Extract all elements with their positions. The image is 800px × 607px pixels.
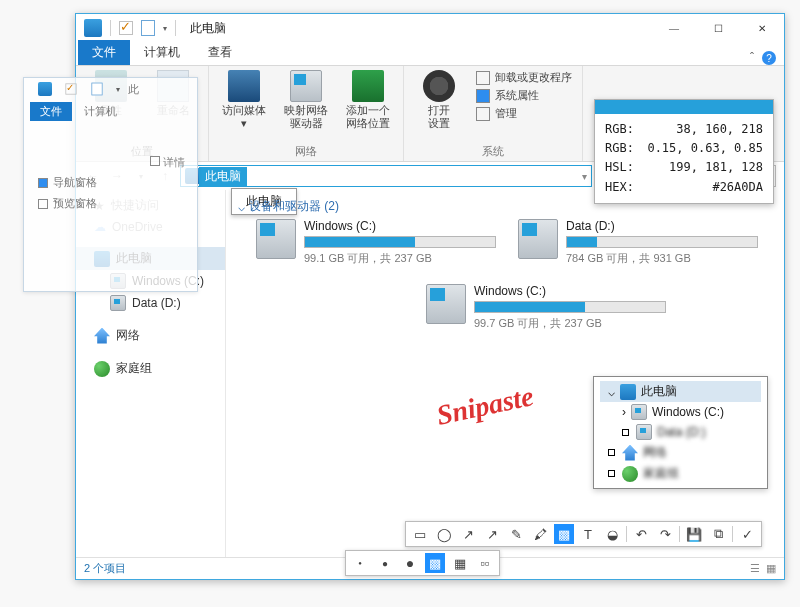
tool-save-icon[interactable]: 💾 [684,524,704,544]
ribbon-tabs: 文件 计算机 查看 ˆ ? [76,42,784,66]
color-swatch [595,100,773,114]
qat-dropdown-icon[interactable]: ▾ [163,24,167,33]
tab-file[interactable]: 文件 [78,40,130,65]
drive-item[interactable]: Data (D:) 784 GB 可用，共 931 GB [518,219,758,266]
ribbon-map-drive[interactable]: 映射网络驱动器 [281,70,331,129]
tree-network[interactable]: 网络 [600,442,761,463]
tab-view[interactable]: 查看 [194,40,246,65]
content-area: ⌵设备和驱动器 (2) Windows (C:) 99.1 GB 可用，共 23… [226,190,784,557]
ribbon-add-netloc[interactable]: 添加一个网络位置 [343,70,393,129]
color-picker-popup: RGB:38, 160, 218 RGB:0.15, 0.63, 0.85 HS… [594,99,774,204]
tree-homegroup[interactable]: 家庭组 [600,463,761,484]
ribbon-sysprops[interactable]: 系统属性 [476,88,572,103]
tool-eraser-icon[interactable]: ◒ [602,524,622,544]
tab-computer[interactable]: 计算机 [130,40,194,65]
ghost-navpane[interactable]: 导航窗格 [30,172,191,193]
address-input[interactable]: 此电脑 此电脑 ▾ [180,165,592,187]
drive-free: 99.7 GB 可用，共 237 GB [474,316,666,331]
tree-win[interactable]: › Windows (C:) [600,402,761,422]
tool-ellipse-icon[interactable]: ◯ [434,524,454,544]
homegroup-icon [94,361,110,377]
drive-name: Data (D:) [566,219,758,233]
tool-pen-icon[interactable]: ✎ [506,524,526,544]
window-title: 此电脑 [190,20,226,37]
maximize-button[interactable]: ☐ [696,14,740,42]
drive-free: 784 GB 可用，共 931 GB [566,251,758,266]
tool-arrow-icon[interactable]: ↗ [482,524,502,544]
drive-icon [518,219,558,259]
sidebar-item-homegroup[interactable]: 家庭组 [76,357,225,380]
sidebar-item-ddrive[interactable]: Data (D:) [76,292,225,314]
tool-text-icon[interactable]: T [578,524,598,544]
tool-confirm-icon[interactable]: ✓ [737,524,757,544]
drive-icon [110,295,126,311]
size-l-icon[interactable]: ● [400,553,420,573]
view-details-icon[interactable]: ☰ [750,562,760,574]
usage-bar [566,236,758,248]
tool-mosaic-icon[interactable]: ▩ [554,524,574,544]
snipaste-toolbar-main[interactable]: ▭ ◯ ↗ ↗ ✎ 🖍 ▩ T ◒ ↶ ↷ 💾 ⧉ ✓ [405,521,762,547]
ribbon-uninstall[interactable]: 卸载或更改程序 [476,70,572,85]
drive-name: Windows (C:) [474,284,666,298]
size-s-icon[interactable]: ● [350,553,370,573]
drive-item[interactable]: Windows (C:) 99.1 GB 可用，共 237 GB [256,219,496,266]
drive-icon [256,219,296,259]
tool-undo-icon[interactable]: ↶ [631,524,651,544]
drive-item[interactable]: Windows (C:) 99.7 GB 可用，共 237 GB [426,284,666,331]
mosaic-sparse-icon[interactable]: ▫▫ [475,553,495,573]
tool-marker-icon[interactable]: 🖍 [530,524,550,544]
help-icon[interactable]: ? [762,51,776,65]
tree-thispc[interactable]: ⌵ 此电脑 [600,381,761,402]
title-bar: ▾ 此电脑 — ☐ ✕ [76,14,784,42]
app-icon [84,19,102,37]
mosaic-mid-icon[interactable]: ▦ [450,553,470,573]
ribbon-open-settings[interactable]: 打开设置 [414,70,464,129]
tool-redo-icon[interactable]: ↷ [655,524,675,544]
address-dropdown-icon[interactable]: ▾ [582,171,587,182]
tool-line-icon[interactable]: ↗ [458,524,478,544]
ribbon-manage[interactable]: 管理 [476,106,572,121]
tree-data[interactable]: Data (D:) [600,422,761,442]
ghost-previewpane[interactable]: 预览窗格 [30,193,191,214]
ghost-window: ▾ 此 文件 计算机 详情 导航窗格 预览窗格 [23,77,198,292]
snipaste-toolbar-style[interactable]: ● ● ● ▩ ▦ ▫▫ [345,550,500,576]
drive-free: 99.1 GB 可用，共 237 GB [304,251,496,266]
ribbon-media[interactable]: 访问媒体▾ [219,70,269,129]
size-m-icon[interactable]: ● [375,553,395,573]
network-icon [94,328,110,344]
close-button[interactable]: ✕ [740,14,784,42]
ribbon-group-system: 打开设置 卸载或更改程序 系统属性 管理 系统 [404,66,583,161]
floating-tree-panel[interactable]: ⌵ 此电脑 › Windows (C:) Data (D:) 网络 家庭组 [593,376,768,489]
drive-icon [426,284,466,324]
view-large-icon[interactable]: ▦ [766,562,776,574]
ribbon-group-network: 访问媒体▾ 映射网络驱动器 添加一个网络位置 网络 [209,66,404,161]
ghost-tab-computer[interactable]: 计算机 [74,102,127,121]
mosaic-dense-icon[interactable]: ▩ [425,553,445,573]
tool-rect-icon[interactable]: ▭ [410,524,430,544]
status-text: 2 个项目 [84,561,126,576]
ghost-detail[interactable]: 详情 [30,153,191,172]
usage-bar [304,236,496,248]
ghost-tab-file[interactable]: 文件 [30,102,72,121]
watermark-text: Snipaste [434,380,537,432]
tool-copy-icon[interactable]: ⧉ [708,524,728,544]
collapse-ribbon-icon[interactable]: ˆ [750,51,754,65]
qat-doc-icon[interactable] [141,20,155,36]
sidebar-item-network[interactable]: 网络 [76,324,225,347]
usage-bar [474,301,666,313]
address-text: 此电脑 [199,167,247,186]
minimize-button[interactable]: — [652,14,696,42]
qat-check-icon[interactable] [119,21,133,35]
drive-name: Windows (C:) [304,219,496,233]
